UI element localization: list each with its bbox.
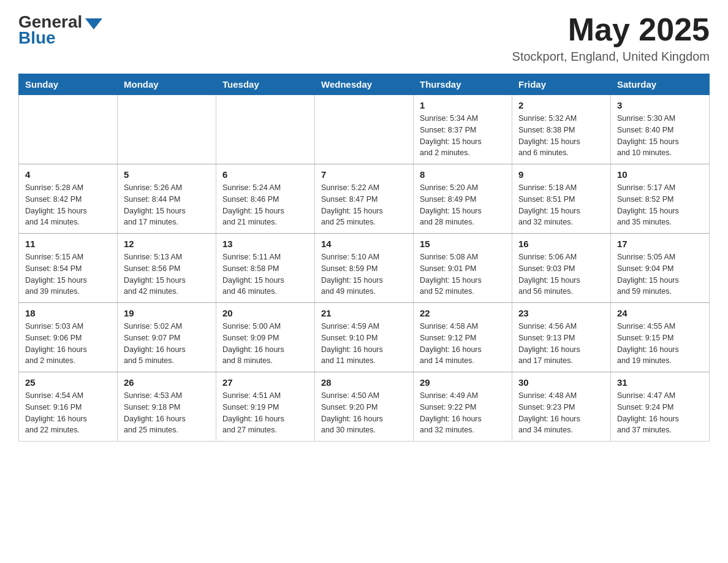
calendar-cell: 3Sunrise: 5:30 AMSunset: 8:40 PMDaylight… [611,95,710,164]
day-number: 2 [518,100,604,110]
day-info: Sunrise: 5:10 AMSunset: 8:59 PMDaylight:… [321,251,407,297]
calendar-cell [315,95,414,164]
day-info: Sunrise: 4:59 AMSunset: 9:10 PMDaylight:… [321,321,407,367]
day-info: Sunrise: 5:03 AMSunset: 9:06 PMDaylight:… [25,321,111,367]
day-info: Sunrise: 5:17 AMSunset: 8:52 PMDaylight:… [617,182,703,228]
calendar-cell: 1Sunrise: 5:34 AMSunset: 8:37 PMDaylight… [414,95,512,164]
weekday-header-friday: Friday [512,74,611,95]
day-number: 10 [617,169,703,180]
day-number: 23 [518,308,604,318]
calendar-cell: 5Sunrise: 5:26 AMSunset: 8:44 PMDaylight… [118,164,216,234]
calendar-cell: 20Sunrise: 5:00 AMSunset: 9:09 PMDayligh… [216,303,315,372]
weekday-header-saturday: Saturday [611,74,710,95]
calendar-cell: 25Sunrise: 4:54 AMSunset: 9:16 PMDayligh… [19,372,118,442]
day-info: Sunrise: 5:15 AMSunset: 8:54 PMDaylight:… [25,251,111,297]
page-header: General Blue May 2025 Stockport, England… [18,12,710,64]
calendar-week-2: 4Sunrise: 5:28 AMSunset: 8:42 PMDaylight… [19,164,710,234]
day-info: Sunrise: 4:48 AMSunset: 9:23 PMDaylight:… [518,390,604,436]
calendar-cell [216,95,315,164]
calendar-cell: 6Sunrise: 5:24 AMSunset: 8:46 PMDaylight… [216,164,315,234]
calendar-cell: 15Sunrise: 5:08 AMSunset: 9:01 PMDayligh… [414,234,512,303]
location-label: Stockport, England, United Kingdom [512,50,710,64]
weekday-header-sunday: Sunday [19,74,118,95]
weekday-header-tuesday: Tuesday [216,74,315,95]
calendar-cell: 31Sunrise: 4:47 AMSunset: 9:24 PMDayligh… [611,372,710,442]
day-info: Sunrise: 4:50 AMSunset: 9:20 PMDaylight:… [321,390,407,436]
calendar-cell: 13Sunrise: 5:11 AMSunset: 8:58 PMDayligh… [216,234,315,303]
day-number: 16 [518,239,604,249]
day-number: 1 [420,100,506,110]
day-number: 31 [617,377,703,388]
day-info: Sunrise: 5:26 AMSunset: 8:44 PMDaylight:… [124,182,210,228]
day-info: Sunrise: 5:20 AMSunset: 8:49 PMDaylight:… [420,182,506,228]
calendar-cell: 28Sunrise: 4:50 AMSunset: 9:20 PMDayligh… [315,372,414,442]
day-number: 6 [222,169,308,180]
day-info: Sunrise: 5:34 AMSunset: 8:37 PMDaylight:… [420,113,506,159]
day-number: 20 [222,308,308,318]
day-number: 8 [420,169,506,180]
calendar-cell: 14Sunrise: 5:10 AMSunset: 8:59 PMDayligh… [315,234,414,303]
calendar-cell: 30Sunrise: 4:48 AMSunset: 9:23 PMDayligh… [512,372,611,442]
calendar-cell: 18Sunrise: 5:03 AMSunset: 9:06 PMDayligh… [19,303,118,372]
day-info: Sunrise: 4:55 AMSunset: 9:15 PMDaylight:… [617,321,703,367]
day-info: Sunrise: 4:53 AMSunset: 9:18 PMDaylight:… [124,390,210,436]
day-number: 4 [25,169,111,180]
day-number: 25 [25,377,111,388]
day-info: Sunrise: 5:05 AMSunset: 9:04 PMDaylight:… [617,251,703,297]
day-number: 12 [124,239,210,249]
day-number: 26 [124,377,210,388]
calendar-cell: 11Sunrise: 5:15 AMSunset: 8:54 PMDayligh… [19,234,118,303]
calendar-cell: 17Sunrise: 5:05 AMSunset: 9:04 PMDayligh… [611,234,710,303]
logo-triangle-icon [85,18,102,29]
day-info: Sunrise: 5:13 AMSunset: 8:56 PMDaylight:… [124,251,210,297]
day-number: 13 [222,239,308,249]
calendar-cell: 26Sunrise: 4:53 AMSunset: 9:18 PMDayligh… [118,372,216,442]
day-info: Sunrise: 5:18 AMSunset: 8:51 PMDaylight:… [518,182,604,228]
day-number: 15 [420,239,506,249]
calendar-cell: 23Sunrise: 4:56 AMSunset: 9:13 PMDayligh… [512,303,611,372]
day-info: Sunrise: 4:51 AMSunset: 9:19 PMDaylight:… [222,390,308,436]
day-number: 5 [124,169,210,180]
day-number: 22 [420,308,506,318]
calendar-cell: 21Sunrise: 4:59 AMSunset: 9:10 PMDayligh… [315,303,414,372]
day-info: Sunrise: 4:56 AMSunset: 9:13 PMDaylight:… [518,321,604,367]
day-number: 24 [617,308,703,318]
calendar-cell: 22Sunrise: 4:58 AMSunset: 9:12 PMDayligh… [414,303,512,372]
calendar-cell: 4Sunrise: 5:28 AMSunset: 8:42 PMDaylight… [19,164,118,234]
calendar-cell: 12Sunrise: 5:13 AMSunset: 8:56 PMDayligh… [118,234,216,303]
day-number: 9 [518,169,604,180]
day-number: 3 [617,100,703,110]
calendar-cell: 7Sunrise: 5:22 AMSunset: 8:47 PMDaylight… [315,164,414,234]
day-number: 30 [518,377,604,388]
day-number: 21 [321,308,407,318]
calendar-header-row: SundayMondayTuesdayWednesdayThursdayFrid… [19,74,710,95]
day-number: 29 [420,377,506,388]
day-info: Sunrise: 4:58 AMSunset: 9:12 PMDaylight:… [420,321,506,367]
calendar-cell: 2Sunrise: 5:32 AMSunset: 8:38 PMDaylight… [512,95,611,164]
day-info: Sunrise: 5:06 AMSunset: 9:03 PMDaylight:… [518,251,604,297]
day-number: 27 [222,377,308,388]
day-info: Sunrise: 5:11 AMSunset: 8:58 PMDaylight:… [222,251,308,297]
calendar-cell [118,95,216,164]
calendar-week-1: 1Sunrise: 5:34 AMSunset: 8:37 PMDaylight… [19,95,710,164]
month-title: May 2025 [512,12,710,47]
day-info: Sunrise: 5:30 AMSunset: 8:40 PMDaylight:… [617,113,703,159]
day-info: Sunrise: 5:02 AMSunset: 9:07 PMDaylight:… [124,321,210,367]
day-number: 19 [124,308,210,318]
day-number: 28 [321,377,407,388]
calendar-cell: 29Sunrise: 4:49 AMSunset: 9:22 PMDayligh… [414,372,512,442]
day-info: Sunrise: 5:08 AMSunset: 9:01 PMDaylight:… [420,251,506,297]
day-number: 14 [321,239,407,249]
calendar-week-4: 18Sunrise: 5:03 AMSunset: 9:06 PMDayligh… [19,303,710,372]
calendar-cell: 16Sunrise: 5:06 AMSunset: 9:03 PMDayligh… [512,234,611,303]
day-info: Sunrise: 4:47 AMSunset: 9:24 PMDaylight:… [617,390,703,436]
day-number: 17 [617,239,703,249]
calendar-cell: 10Sunrise: 5:17 AMSunset: 8:52 PMDayligh… [611,164,710,234]
calendar-cell: 19Sunrise: 5:02 AMSunset: 9:07 PMDayligh… [118,303,216,372]
weekday-header-monday: Monday [118,74,216,95]
title-area: May 2025 Stockport, England, United King… [512,12,710,64]
calendar-week-5: 25Sunrise: 4:54 AMSunset: 9:16 PMDayligh… [19,372,710,442]
logo: General Blue [18,12,102,48]
calendar-cell [19,95,118,164]
calendar-cell: 8Sunrise: 5:20 AMSunset: 8:49 PMDaylight… [414,164,512,234]
